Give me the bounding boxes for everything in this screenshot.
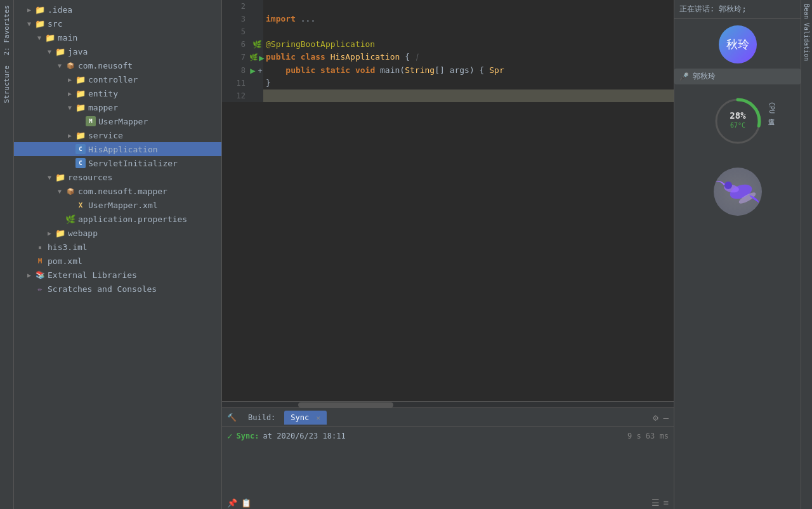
sync-time: at 2020/6/23 18:11 (263, 432, 346, 440)
tree-item-src[interactable]: ▼ 📁 src (14, 17, 221, 30)
minimize-icon[interactable]: — (664, 413, 669, 423)
xml-icon: X (75, 199, 86, 211)
tree-item-usermapper[interactable]: M UserMapper (14, 114, 221, 128)
folder-icon: 📁 (55, 171, 66, 183)
code-line-11: 11 } (222, 77, 674, 89)
tree-label: his3.iml (48, 242, 88, 252)
hummingbird-svg (712, 166, 763, 217)
tree-item-mapper[interactable]: ▼ 📁 mapper (14, 100, 221, 114)
tree-item-service[interactable]: ▶ 📁 service (14, 128, 221, 142)
tree-item-servletinitializer[interactable]: C ServletInitializer (14, 156, 221, 170)
code-text-11[interactable]: } (263, 77, 271, 89)
spring-run-icon[interactable]: 🌿 (252, 40, 262, 49)
horizontal-scrollbar[interactable] (222, 401, 674, 407)
tree-item-pomxml[interactable]: M pom.xml (14, 254, 221, 268)
tree-item-usermapper-xml[interactable]: X UserMapper.xml (14, 198, 221, 212)
tree-label: entity (88, 89, 118, 98)
tree-item-controller[interactable]: ▶ 📁 controller (14, 72, 221, 86)
tree-item-hisapplication[interactable]: C HisApplication (14, 142, 221, 156)
tree-label: Scratches and Consoles (48, 284, 157, 294)
tree-item-com-neusoft[interactable]: ▼ 📦 com.neusoft (14, 58, 221, 72)
tab-close-icon[interactable]: ✕ (317, 414, 321, 422)
log-icon[interactable]: 📋 (241, 498, 251, 508)
tree-label: mapper (88, 103, 118, 112)
code-line-7: 7 🌿 ▶ public class HisApplication { | (222, 51, 674, 64)
tree-label: External Libraries (48, 270, 137, 280)
tree-label: controller (88, 75, 138, 84)
tree-label: com.neusoft.mapper (78, 187, 167, 196)
right-side-tab-bean-validation[interactable]: Bean Validation (802, 0, 811, 65)
tree-item-external-libs[interactable]: ▶ 📚 External Libraries (14, 268, 221, 282)
folder-icon: 📁 (75, 102, 86, 113)
build-icon: 🔨 (227, 413, 237, 422)
side-tab-favorites[interactable]: 2: Favorites (1, 0, 13, 60)
svg-text:67°C: 67°C (730, 122, 745, 129)
tree-item-main[interactable]: ▼ 📁 main (14, 30, 221, 44)
ext-lib-icon: 📚 (34, 269, 46, 281)
list-icon[interactable]: ☰ (652, 498, 660, 508)
chevron-right-icon: ▶ (44, 230, 55, 237)
cpu-widget: 28% 67°C CPU温度 (674, 91, 801, 154)
code-text-3[interactable]: import ... (263, 13, 315, 25)
cpu-gauge-svg: 28% 67°C (712, 96, 763, 147)
settings-icon[interactable]: ⚙ (653, 413, 658, 423)
tree-label: main (58, 33, 77, 43)
cpu-circle-container: 28% 67°C CPU温度 (712, 96, 763, 149)
bottom-tabs: 🔨 Build: Sync ✕ ⚙ — (222, 408, 674, 427)
code-text-8[interactable]: public static void main(String[] args) {… (263, 64, 504, 77)
bottom-panel: 🔨 Build: Sync ✕ ⚙ — ✓ Sync: at 2020/6/23… (222, 407, 674, 509)
tree-label: resources (68, 173, 112, 182)
code-text-12[interactable] (263, 89, 674, 102)
bottom-content: ✓ Sync: at 2020/6/23 18:11 9 s 63 ms (222, 427, 674, 496)
code-text-5[interactable] (263, 25, 266, 38)
avatar-text: 秋玲 (726, 37, 749, 52)
add-icon[interactable]: ＋ (256, 65, 264, 76)
tree-item-idea[interactable]: ▶ 📁 .idea (14, 3, 221, 17)
side-tab-structure[interactable]: Structure (1, 60, 13, 109)
success-icon: ✓ (227, 431, 232, 441)
tree-label: UserMapper (98, 117, 148, 126)
code-text-2[interactable] (263, 0, 266, 13)
chevron-down-icon: ▼ (65, 104, 75, 111)
tree-item-scratches[interactable]: ✏️ Scratches and Consoles (14, 282, 221, 296)
list2-icon[interactable]: ≡ (664, 498, 669, 508)
pin-icon[interactable]: 📌 (227, 498, 237, 508)
tree-label: src (48, 19, 62, 29)
chevron-down-icon: ▼ (44, 48, 55, 55)
tree-item-webapp[interactable]: ▶ 📁 webapp (14, 226, 221, 240)
right-panel: 正在讲话: 郭秋玲; 秋玲 🎤 郭秋玲 28% 67°C CPU温度 (674, 0, 801, 509)
code-text-6[interactable]: @SpringBootApplication (263, 38, 375, 51)
hummingbird-logo (712, 166, 763, 217)
sync-duration: 9 s 63 ms (627, 432, 669, 440)
folder-icon: 📁 (75, 88, 86, 99)
tree-label: com.neusoft (78, 61, 133, 70)
folder-icon: 📁 (75, 129, 86, 141)
cpu-temp-label: CPU温度 (767, 102, 776, 114)
folder-icon: 📁 (75, 74, 86, 85)
code-text-7[interactable]: public class HisApplication { | (263, 51, 419, 64)
tree-item-entity[interactable]: ▶ 📁 entity (14, 86, 221, 100)
tree-label: .idea (48, 5, 72, 15)
code-line-3: 3 import ... (222, 13, 674, 25)
gutter-3 (251, 13, 263, 25)
tree-item-com-neusoft-mapper[interactable]: ▼ 📦 com.neusoft.mapper (14, 184, 221, 198)
speaker-name-bar: 🎤 郭秋玲 (674, 69, 801, 84)
class-icon: C (75, 157, 86, 169)
run-icon-8[interactable]: ▶ (250, 65, 255, 76)
chevron-down-icon: ▼ (55, 188, 65, 195)
tree-item-resources[interactable]: ▼ 📁 resources (14, 170, 221, 184)
java-folder-icon: 📁 (55, 46, 66, 57)
chevron-down-icon: ▼ (44, 174, 55, 181)
gutter-5 (251, 25, 263, 38)
mic-icon: 🎤 (679, 72, 689, 81)
tree-item-java[interactable]: ▼ 📁 java (14, 44, 221, 58)
scratch-icon: ✏️ (34, 283, 46, 294)
class-icon: C (75, 143, 86, 155)
tree-item-his3iml[interactable]: ▪ his3.iml (14, 240, 221, 254)
gutter-11 (251, 77, 263, 89)
pom-icon: M (34, 255, 46, 267)
tree-label: java (68, 47, 88, 56)
bottom-tab-sync[interactable]: Sync ✕ (284, 411, 327, 425)
scrollbar-thumb[interactable] (298, 402, 393, 407)
tree-item-application-properties[interactable]: 🌿 application.properties (14, 212, 221, 226)
